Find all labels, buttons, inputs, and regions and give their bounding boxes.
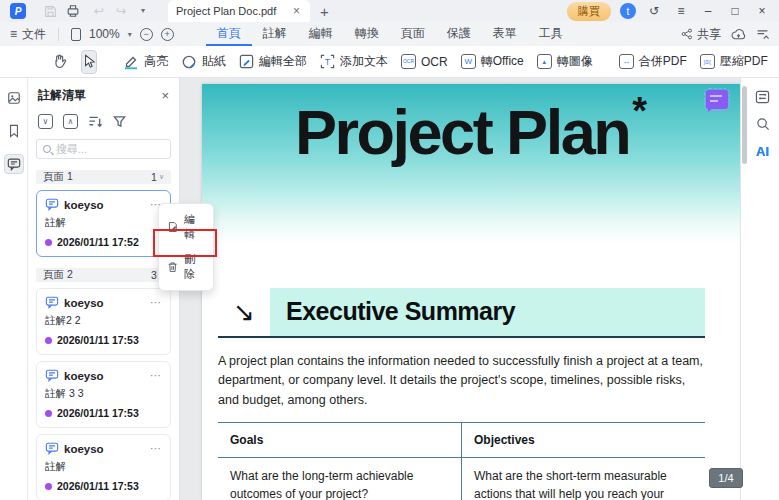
panel-close-icon[interactable]: ×: [161, 88, 169, 103]
hand-tool-button[interactable]: [52, 53, 68, 70]
app-menu-icon[interactable]: ≡: [672, 4, 690, 18]
print-icon[interactable]: [66, 4, 88, 18]
select-tool-button[interactable]: [81, 50, 97, 74]
sticker-button[interactable]: 貼紙: [181, 53, 226, 70]
bookmark-icon: [8, 124, 20, 138]
search-input[interactable]: [56, 143, 164, 155]
annotation-list-panel: 註解清單 × ∨ ∧ 頁面 1 1∨ koeyso ⋯ 註解 2026/01/1…: [28, 78, 180, 500]
filter-icon[interactable]: [113, 115, 126, 128]
zoom-caret-icon[interactable]: ▾: [128, 30, 132, 39]
edit-all-button[interactable]: 編輯全部: [239, 53, 307, 70]
tab-edit[interactable]: 編輯: [298, 22, 344, 46]
buy-button[interactable]: 購買: [567, 2, 611, 21]
ribbon-tabs: 首頁 註解 編輯 轉換 頁面 保護 表單 工具: [206, 22, 574, 46]
page-section-1[interactable]: 頁面 1 1∨: [36, 170, 171, 184]
title-asterisk: *: [632, 90, 647, 132]
tab-home[interactable]: 首頁: [206, 22, 252, 46]
scrollbar[interactable]: [742, 86, 747, 164]
file-menu[interactable]: ≡ 文件: [10, 26, 46, 43]
note-icon: [45, 442, 59, 455]
tab-close-icon[interactable]: ×: [291, 4, 302, 18]
ocr-button[interactable]: OCR OCR: [401, 54, 448, 69]
minimize-button[interactable]: –: [699, 4, 717, 18]
sticky-note-annotation[interactable]: [706, 90, 728, 109]
thumbnails-panel-button[interactable]: [4, 88, 24, 108]
document-title: Project Plan*: [295, 96, 647, 168]
body-paragraph: A project plan contains the information …: [218, 352, 705, 410]
cloud-icon[interactable]: [731, 28, 746, 41]
sort-icon[interactable]: [88, 115, 103, 128]
note-icon: [45, 296, 59, 309]
merge-pdf-icon: ↔: [619, 54, 634, 69]
properties-panel-icon[interactable]: [755, 90, 770, 104]
more-options-icon[interactable]: ⋯: [150, 442, 162, 455]
add-text-icon: T: [320, 54, 335, 69]
annotation-card[interactable]: koeyso ⋯ 註解 2026/01/11 17:52: [36, 190, 171, 257]
close-button[interactable]: ×: [753, 4, 771, 18]
tab-tools[interactable]: 工具: [528, 22, 574, 46]
merge-pdf-button[interactable]: ↔ 合併PDF: [619, 53, 687, 70]
share-icon: [681, 28, 693, 40]
quick-tools-caret-icon[interactable]: ▾: [132, 0, 154, 22]
share-button[interactable]: 共享: [681, 26, 721, 43]
table-header-goals: Goals: [218, 423, 462, 458]
tab-page[interactable]: 頁面: [390, 22, 436, 46]
maximize-button[interactable]: □: [726, 4, 744, 18]
compress-pdf-button[interactable]: )≡( 壓縮PDF: [700, 53, 768, 70]
add-text-button[interactable]: T 添加文本: [320, 53, 388, 70]
new-tab-button[interactable]: +: [310, 3, 339, 20]
collapse-all-icon[interactable]: ∨: [38, 114, 53, 129]
note-icon: [45, 198, 59, 211]
tab-form[interactable]: 表單: [482, 22, 528, 46]
to-office-button[interactable]: W 轉Office: [461, 53, 524, 70]
zoom-level-select[interactable]: 100%: [89, 27, 120, 41]
ocr-icon: OCR: [401, 54, 416, 69]
document-viewport: Project Plan* ↘ Executive Summary A proj…: [180, 78, 740, 500]
page-hero: Project Plan*: [202, 84, 740, 244]
divider: [58, 28, 59, 41]
table-header-objectives: Objectives: [462, 423, 706, 458]
annotation-card[interactable]: koeyso ⋯ 註解2 2 2026/01/11 17:53: [36, 288, 171, 355]
search-icon: [43, 145, 51, 153]
page-section-2[interactable]: 頁面 2 3∨: [36, 268, 171, 282]
zoom-out-icon[interactable]: −: [140, 28, 153, 41]
more-options-icon[interactable]: ⋯: [150, 369, 162, 382]
save-icon[interactable]: [44, 5, 66, 18]
bookmarks-panel-button[interactable]: [4, 121, 24, 141]
document-tab-title: Project Plan Doc.pdf: [176, 5, 291, 17]
redo-icon[interactable]: ↪: [110, 0, 132, 22]
annotation-search[interactable]: [36, 139, 171, 159]
annotation-card[interactable]: koeyso ⋯ 註解 2026/01/11 17:53: [36, 434, 171, 500]
tab-comment[interactable]: 註解: [252, 22, 298, 46]
zoom-in-icon[interactable]: +: [161, 28, 174, 41]
tab-protect[interactable]: 保護: [436, 22, 482, 46]
to-office-icon: W: [461, 54, 476, 69]
chevron-down-icon: ∨: [159, 173, 164, 181]
tab-convert[interactable]: 轉換: [344, 22, 390, 46]
annotation-card[interactable]: koeyso ⋯ 註解 3 3 2026/01/11 17:53: [36, 361, 171, 428]
hand-icon: [52, 53, 68, 70]
to-image-icon: ▲: [537, 54, 552, 69]
thumbnail-icon: [7, 91, 21, 105]
more-options-icon[interactable]: ⋯: [150, 296, 162, 309]
right-icon-strip: AI: [740, 78, 779, 500]
user-avatar[interactable]: t: [620, 3, 636, 19]
undo-icon[interactable]: ↩: [88, 0, 110, 22]
app-logo-icon: P: [10, 3, 26, 19]
comments-panel-button[interactable]: [4, 154, 24, 174]
highlight-button[interactable]: 高亮: [123, 53, 168, 70]
to-image-button[interactable]: ▲ 轉圖像: [537, 53, 593, 70]
collapse-toolbar-icon[interactable]: [756, 28, 769, 41]
section-heading: Executive Summary: [270, 288, 705, 336]
search-icon[interactable]: [756, 117, 770, 131]
color-dot: [45, 337, 52, 344]
delete-highlight-box: [153, 229, 217, 257]
expand-all-icon[interactable]: ∧: [63, 114, 78, 129]
document-tab[interactable]: Project Plan Doc.pdf ×: [168, 0, 310, 22]
page-indicator-badge: 1/4: [709, 468, 743, 488]
ai-assistant-button[interactable]: AI: [756, 144, 769, 159]
sync-icon[interactable]: ↺: [645, 4, 663, 18]
panel-title: 註解清單: [38, 87, 86, 104]
page-fit-icon[interactable]: [71, 28, 81, 41]
file-menu-icon: ≡: [10, 27, 17, 41]
